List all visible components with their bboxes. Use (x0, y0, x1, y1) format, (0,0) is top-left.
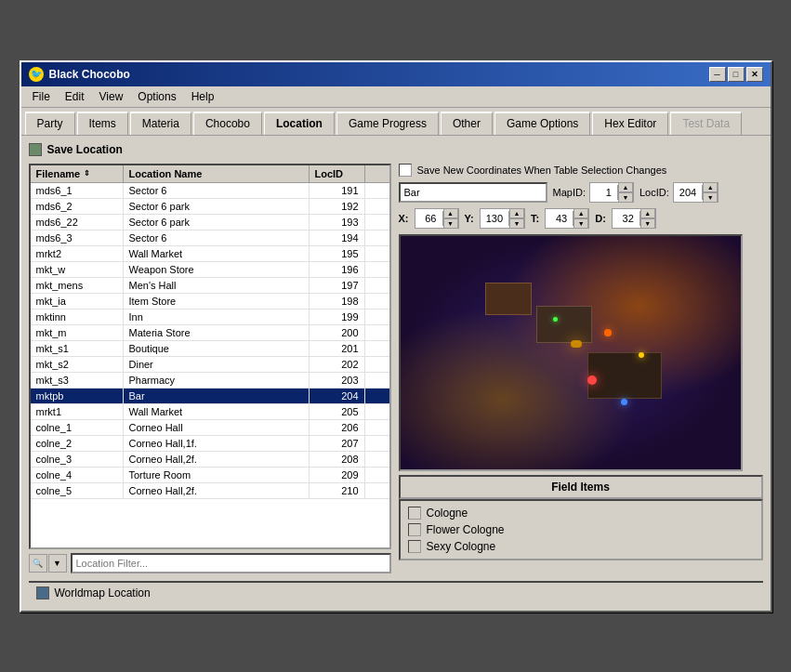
table-row[interactable]: mds6_22 Sector 6 park 193 (31, 215, 389, 231)
d-down[interactable]: ▼ (640, 218, 655, 229)
cell-filename: mktpb (31, 389, 124, 403)
table-row[interactable]: mkt_s1 Boutique 201 (31, 341, 389, 357)
cell-locid: 210 (310, 483, 365, 498)
locid-spinner: 204 ▲ ▼ (673, 182, 718, 203)
light-6 (571, 340, 582, 348)
tab-game-options[interactable]: Game Options (494, 112, 590, 135)
cell-filename: mkt_s3 (31, 373, 124, 388)
table-row[interactable]: mkt_ia Item Store 198 (31, 294, 389, 310)
menu-view[interactable]: View (92, 88, 131, 105)
cell-filename: mkt_ia (31, 294, 124, 309)
table-row[interactable]: mds6_2 Sector 6 park 192 (31, 199, 389, 215)
coord-row: X: 66 ▲ ▼ Y: 130 ▲ ▼ (399, 208, 763, 229)
field-item-label-0: Cologne (427, 507, 468, 520)
map-canvas (401, 236, 741, 469)
locid-arrows: ▲ ▼ (703, 182, 718, 203)
table-row[interactable]: mktpb Bar 204 (31, 389, 389, 404)
t-up[interactable]: ▲ (573, 208, 588, 218)
menu-options[interactable]: Options (130, 88, 183, 105)
cell-location: Sector 6 park (124, 215, 310, 230)
tab-materia[interactable]: Materia (130, 112, 191, 135)
minimize-button[interactable]: ─ (709, 67, 726, 82)
mapid-up[interactable]: ▲ (618, 182, 633, 192)
locid-up[interactable]: ▲ (703, 182, 718, 192)
cell-filename: mktinn (31, 310, 124, 324)
tab-test-data: Test Data (670, 112, 742, 135)
field-item-checkbox-0[interactable] (408, 507, 421, 520)
menu-file[interactable]: File (25, 88, 58, 105)
tab-chocobo[interactable]: Chocobo (193, 112, 262, 135)
light-2 (639, 352, 644, 358)
table-row[interactable]: mkt_mens Men's Hall 197 (31, 278, 389, 294)
table-row[interactable]: mkt_m Materia Store 200 (31, 325, 389, 341)
y-spinner: 130 ▲ ▼ (480, 208, 525, 229)
table-row[interactable]: colne_1 Corneo Hall 206 (31, 420, 389, 436)
x-down[interactable]: ▼ (443, 218, 458, 229)
table-row[interactable]: mkt_w Weapon Store 196 (31, 262, 389, 278)
tab-party[interactable]: Party (25, 112, 75, 135)
cell-filename: colne_3 (31, 452, 124, 467)
cell-locid: 194 (310, 231, 365, 245)
tab-location[interactable]: Location (264, 112, 335, 135)
cell-locid: 200 (310, 325, 365, 340)
x-label: X: (399, 213, 409, 224)
light-5 (621, 399, 627, 405)
close-button[interactable]: ✕ (746, 67, 763, 82)
cell-filename: mrkt2 (31, 246, 124, 261)
section-header: Save Location (29, 143, 763, 156)
tab-other[interactable]: Other (441, 112, 493, 135)
cell-filename: colne_2 (31, 436, 124, 451)
x-value: 66 (415, 211, 443, 226)
table-row[interactable]: colne_3 Corneo Hall,2f. 208 (31, 452, 389, 468)
field-item-checkbox-1[interactable] (408, 523, 421, 536)
cell-locid: 207 (310, 436, 365, 451)
tab-hex-editor[interactable]: Hex Editor (592, 112, 668, 135)
table-row[interactable]: mrkt1 Wall Market 205 (31, 404, 389, 420)
filter-dropdown-icon[interactable]: ▼ (48, 554, 67, 573)
cell-location: Sector 6 (124, 231, 310, 245)
mapid-value: 1 (590, 185, 618, 200)
save-coords-checkbox[interactable] (399, 164, 412, 177)
table-row[interactable]: colne_5 Corneo Hall,2f. 210 (31, 483, 389, 499)
filter-icon[interactable]: 🔍 (29, 554, 47, 573)
table-row[interactable]: mktinn Inn 199 (31, 310, 389, 325)
mapid-down[interactable]: ▼ (618, 192, 633, 203)
table-body[interactable]: mds6_1 Sector 6 191 mds6_2 Sector 6 park… (31, 183, 389, 545)
t-down[interactable]: ▼ (573, 218, 588, 229)
t-value: 43 (546, 211, 573, 226)
maximize-button[interactable]: □ (728, 67, 745, 82)
table-row[interactable]: mrkt2 Wall Market 195 (31, 246, 389, 262)
worldmap-icon (36, 586, 49, 600)
menu-edit[interactable]: Edit (58, 88, 92, 105)
cell-location: Weapon Store (124, 262, 310, 277)
col-locid: LocID (310, 165, 365, 182)
locid-down[interactable]: ▼ (703, 192, 718, 203)
d-up[interactable]: ▲ (640, 208, 655, 218)
table-row[interactable]: mds6_1 Sector 6 191 (31, 183, 389, 199)
right-panel: Save New Coordinates When Table Selectio… (399, 164, 763, 573)
x-up[interactable]: ▲ (443, 208, 458, 218)
field-item-label-2: Sexy Cologne (427, 540, 496, 553)
tab-game-progress[interactable]: Game Progress (336, 112, 439, 135)
cell-location: Sector 6 park (124, 199, 310, 214)
table-row[interactable]: mkt_s3 Pharmacy 203 (31, 373, 389, 389)
y-down[interactable]: ▼ (509, 218, 524, 229)
table-row[interactable]: mds6_3 Sector 6 194 (31, 231, 389, 246)
table-row[interactable]: colne_4 Torture Room 209 (31, 468, 389, 483)
sort-icon: ⇕ (84, 169, 90, 178)
field-item-checkbox-2[interactable] (408, 540, 421, 553)
cell-locid: 195 (310, 246, 365, 261)
location-table-container: Filename ⇕ Location Name LocID mds6_1 Se… (29, 164, 391, 549)
table-row[interactable]: mkt_s2 Diner 202 (31, 357, 389, 373)
cell-filename: mkt_s2 (31, 357, 124, 372)
locid-value: 204 (674, 185, 703, 200)
location-name-input[interactable] (399, 182, 547, 203)
d-spinner: 32 ▲ ▼ (612, 208, 656, 229)
tab-items[interactable]: Items (77, 112, 128, 135)
y-up[interactable]: ▲ (509, 208, 524, 218)
menu-help[interactable]: Help (184, 88, 222, 105)
table-row[interactable]: colne_2 Corneo Hall,1f. 207 (31, 436, 389, 452)
cell-filename: mkt_w (31, 262, 124, 277)
location-filter-input[interactable] (71, 553, 391, 573)
cell-location: Wall Market (124, 404, 310, 419)
